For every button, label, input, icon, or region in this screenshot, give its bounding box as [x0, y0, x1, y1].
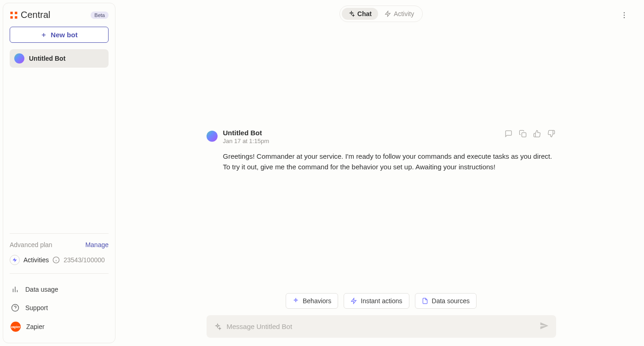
send-button[interactable] — [540, 321, 549, 332]
footer-label: Data usage — [25, 286, 58, 293]
new-bot-label: New bot — [51, 31, 77, 39]
svg-rect-3 — [15, 16, 17, 18]
thumbs-up-icon — [533, 130, 541, 138]
tab-group: Chat Activity — [339, 6, 423, 22]
data-sources-chip[interactable]: Data sources — [415, 293, 477, 309]
chip-label: Data sources — [432, 297, 470, 305]
copy-icon — [519, 130, 527, 138]
chip-row: Behaviors Instant actions Data sources — [207, 293, 556, 309]
chip-label: Behaviors — [303, 297, 331, 305]
file-icon — [422, 298, 428, 304]
activities-count: 23543/100000 — [63, 256, 105, 264]
bot-avatar-icon — [14, 53, 24, 63]
chat-message: Untitled Bot Jan 17 at 1:15pm — [207, 125, 556, 176]
tab-chat[interactable]: Chat — [342, 8, 378, 20]
tab-label: Chat — [357, 10, 372, 17]
sparkle-icon — [348, 11, 355, 17]
thumbs-down-button[interactable] — [546, 129, 556, 140]
main: Chat Activity — [118, 0, 644, 346]
behaviors-chip[interactable]: Behaviors — [286, 293, 338, 309]
svg-point-17 — [624, 15, 625, 16]
message-author: Untitled Bot — [223, 129, 269, 137]
message-input[interactable] — [227, 323, 534, 330]
copy-button[interactable] — [518, 129, 528, 140]
lightning-icon — [385, 11, 391, 17]
sparkle-icon — [214, 323, 221, 330]
bot-name: Untitled Bot — [29, 55, 65, 62]
comment-button[interactable] — [504, 129, 513, 140]
footer-label: Support — [25, 304, 48, 311]
svg-marker-20 — [351, 298, 356, 304]
info-icon[interactable] — [52, 256, 60, 264]
activities-bolt-icon — [10, 255, 20, 265]
activities-row: Activities 23543/100000 — [10, 255, 109, 265]
bar-chart-icon — [11, 285, 20, 294]
svg-rect-0 — [11, 12, 13, 14]
svg-rect-1 — [15, 12, 17, 14]
bot-avatar-icon — [207, 131, 218, 142]
plus-icon — [40, 32, 47, 38]
activities-label: Activities — [23, 256, 49, 264]
chat-area: Untitled Bot Jan 17 at 1:15pm — [202, 28, 561, 346]
beta-badge: Beta — [91, 12, 109, 19]
manage-link[interactable]: Manage — [85, 241, 109, 248]
svg-rect-19 — [522, 133, 526, 137]
svg-point-16 — [624, 12, 625, 13]
bot-list: Untitled Bot — [10, 49, 109, 68]
message-actions — [504, 129, 556, 140]
svg-rect-2 — [11, 16, 13, 18]
chip-label: Instant actions — [361, 297, 402, 305]
logo-text: Central — [21, 10, 50, 20]
svg-marker-15 — [385, 11, 391, 17]
instant-actions-chip[interactable]: Instant actions — [344, 293, 409, 309]
new-bot-button[interactable]: New bot — [10, 27, 109, 43]
zapier-logo-icon — [10, 11, 18, 19]
message-text: Greetings! Commander at your service. I'… — [223, 151, 556, 173]
logo[interactable]: Central — [10, 10, 50, 20]
tab-activity[interactable]: Activity — [378, 8, 420, 20]
sparkle-icon — [293, 298, 299, 304]
help-circle-icon — [11, 303, 20, 312]
svg-point-18 — [624, 17, 625, 18]
comment-icon — [505, 130, 512, 138]
composer[interactable] — [207, 315, 556, 338]
footer-label: Zapier — [26, 323, 45, 330]
sidebar-item-data-usage[interactable]: Data usage — [10, 280, 109, 299]
plan-label: Advanced plan — [10, 241, 52, 248]
sidebar-item-support[interactable]: Support — [10, 299, 109, 317]
zapier-round-icon: zapier — [11, 322, 21, 332]
svg-marker-6 — [13, 258, 17, 262]
plan-section: Advanced plan Manage Activities 23543/10… — [10, 233, 109, 265]
send-icon — [540, 321, 549, 330]
composer-area: Behaviors Instant actions Data sources — [207, 293, 556, 346]
sidebar-footer: Data usage Support zapier Zapier — [10, 273, 109, 336]
sidebar-item-zapier[interactable]: zapier Zapier — [10, 317, 109, 336]
top-bar: Chat Activity — [118, 0, 644, 28]
message-timestamp: Jan 17 at 1:15pm — [223, 138, 269, 144]
sidebar-bot-item[interactable]: Untitled Bot — [10, 49, 109, 68]
dots-vertical-icon — [620, 11, 628, 19]
more-menu-button[interactable] — [617, 8, 631, 23]
thumbs-down-icon — [547, 130, 555, 138]
thumbs-up-button[interactable] — [532, 129, 542, 140]
lightning-icon — [351, 298, 357, 304]
tab-label: Activity — [394, 10, 414, 17]
sidebar-header: Central Beta — [10, 10, 109, 20]
sidebar: Central Beta New bot Untitled Bot Advanc… — [3, 3, 115, 343]
